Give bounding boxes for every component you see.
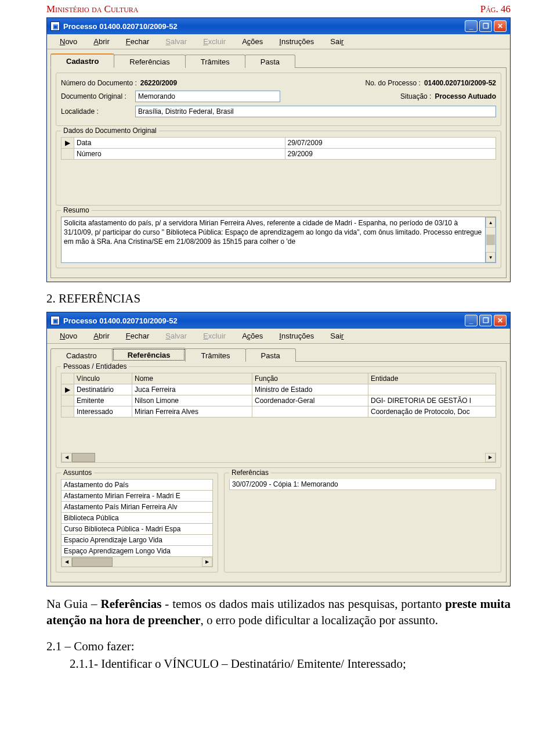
val-num-doc: 26220/2009 — [140, 79, 177, 87]
menu-fechar[interactable]: Fechar — [118, 35, 157, 48]
lbl-situacao: Situação : — [400, 92, 431, 100]
menu-abrir[interactable]: Abrir — [85, 35, 117, 48]
close-button[interactable]: ✕ — [494, 315, 507, 326]
fieldset-assuntos: Assuntos Afastamento do País Afastamento… — [56, 473, 218, 573]
tab-pasta[interactable]: Pasta — [245, 348, 296, 362]
menu-sair[interactable]: Sair — [322, 35, 352, 48]
menu-salvar: Salvar — [157, 35, 195, 48]
minimize-button[interactable]: _ — [465, 315, 478, 326]
hdr-vinculo[interactable]: Vínculo — [74, 373, 132, 384]
lbl-num-doc: Número do Documento : — [61, 79, 137, 87]
list-item[interactable]: Biblioteca Pública — [61, 513, 213, 524]
menu-instrucoes[interactable]: Instruções — [271, 330, 322, 342]
legend-referencias: Referências — [229, 469, 271, 477]
fieldset-pessoas: Pessoas / Entidades Vínculo Nome Função … — [56, 366, 501, 468]
scroll-left-icon[interactable]: ◀ — [62, 557, 72, 567]
textarea-resumo[interactable] — [61, 217, 486, 263]
close-button[interactable]: ✕ — [494, 20, 507, 32]
minimize-button[interactable]: _ — [465, 20, 478, 32]
menu-fechar[interactable]: Fechar — [118, 330, 157, 342]
ministry-label: Ministério da Cultura — [46, 3, 139, 15]
menu-acoes[interactable]: Ações — [234, 330, 271, 342]
cell-nome: Mirian Ferreira Alves — [132, 406, 252, 417]
tab-tramites[interactable]: Trâmites — [185, 55, 245, 68]
list-item[interactable]: Afastamento Mirian Ferreira - Madri E — [61, 491, 213, 502]
grid-dados-orig: ▶ Data 29/07/2009 Número 29/2009 — [61, 137, 496, 160]
app-icon: ▣ — [50, 21, 60, 31]
titlebar[interactable]: ▣ Processo 01400.020710/2009-52 _ ❐ ✕ — [47, 312, 510, 329]
scroll-right-icon[interactable]: ▶ — [485, 453, 495, 462]
scrollbar-v[interactable]: ▲ ▼ — [486, 217, 496, 263]
scroll-left-icon[interactable]: ◀ — [62, 453, 72, 462]
menu-instrucoes[interactable]: Instruções — [271, 35, 322, 48]
input-localidade[interactable] — [135, 106, 496, 117]
section-title: 2. REFERÊNCIAS — [46, 291, 511, 306]
tab-referencias[interactable]: Referências — [112, 348, 186, 362]
restore-button[interactable]: ❐ — [479, 20, 492, 32]
list-item[interactable]: Espaço Aprendizagem Longo Vida — [61, 546, 213, 557]
val-no-proc: 01400.020710/2009-52 — [424, 79, 496, 87]
hdr-funcao[interactable]: Função — [252, 373, 368, 384]
list-item[interactable]: Curso Biblioteca Pública - Madri Espa — [61, 524, 213, 535]
list-item[interactable]: 30/07/2009 - Cópia 1: Memorando — [229, 479, 496, 490]
scroll-thumb[interactable] — [486, 235, 495, 245]
cell-nome: Nilson Limone — [132, 395, 252, 406]
processo-window-cadastro: ▣ Processo 01400.020710/2009-52 _ ❐ ✕ No… — [46, 17, 511, 282]
tabpage-referencias: Pessoas / Entidades Vínculo Nome Função … — [50, 361, 507, 582]
window-controls: _ ❐ ✕ — [465, 315, 507, 326]
row-marker[interactable] — [62, 406, 74, 417]
paragraph-3: 2.1.1- Identificar o VÍNCULO – Destinatá… — [46, 656, 511, 672]
lbl-no-proc: No. do Processo : — [365, 79, 420, 87]
cell-entidade: Coordenação de Protocolo, Doc — [368, 406, 496, 417]
input-doc-orig[interactable] — [135, 91, 280, 102]
tabpage-cadastro: Número do Documento : 26220/2009 No. do … — [50, 67, 507, 278]
cell-vinculo: Destinatário — [74, 384, 132, 395]
cell-funcao: Coordenador-Geral — [252, 395, 368, 406]
cell-val: 29/07/2009 — [285, 138, 497, 149]
list-item[interactable]: Afastamento do País — [61, 479, 213, 491]
menu-abrir[interactable]: Abrir — [85, 330, 117, 342]
list-item[interactable]: Afastamento País Mirian Ferreira Alv — [61, 502, 213, 513]
hscroll-pessoas[interactable]: ◀ ▶ — [61, 452, 496, 463]
tab-cadastro[interactable]: Cadastro — [50, 53, 114, 68]
tab-cadastro[interactable]: Cadastro — [50, 348, 113, 362]
cell-funcao: Ministro de Estado — [252, 384, 368, 395]
row-marker[interactable] — [62, 149, 74, 160]
scroll-thumb[interactable] — [72, 453, 95, 462]
legend-dados-orig: Dados do Documento Original — [61, 127, 159, 135]
row-marker-icon[interactable]: ▶ — [62, 138, 74, 149]
scroll-up-icon[interactable]: ▲ — [486, 217, 495, 228]
cell-vinculo: Emitente — [74, 395, 132, 406]
menu-sair[interactable]: Sair — [322, 330, 352, 342]
restore-button[interactable]: ❐ — [479, 315, 492, 326]
menu-novo[interactable]: Novo — [52, 330, 85, 342]
tab-pasta[interactable]: Pasta — [245, 55, 295, 68]
tabstrip: Cadastro Referências Trâmites Pasta — [47, 344, 510, 361]
hdr-nome[interactable]: Nome — [132, 373, 252, 384]
cell-entidade — [368, 384, 496, 395]
scroll-thumb[interactable] — [72, 557, 113, 567]
tabstrip: Cadastro Referências Trâmites Pasta — [47, 49, 510, 67]
paragraph-1: Na Guia – Referências - temos os dados m… — [46, 596, 511, 629]
legend-pessoas: Pessoas / Entidades — [61, 362, 129, 370]
cell-key: Número — [74, 149, 285, 160]
hscroll-assuntos[interactable]: ◀ ▶ — [61, 557, 213, 567]
list-item[interactable]: Espacio Aprendizaje Largo Vida — [61, 535, 213, 546]
menubar: Novo Abrir Fechar Salvar Excluir Ações I… — [47, 329, 510, 344]
cell-funcao — [252, 406, 368, 417]
scroll-right-icon[interactable]: ▶ — [202, 557, 212, 567]
tab-tramites[interactable]: Trâmites — [185, 348, 245, 362]
menu-novo[interactable]: Novo — [52, 35, 85, 48]
titlebar[interactable]: ▣ Processo 01400.020710/2009-52 _ ❐ ✕ — [47, 18, 510, 34]
window-title: Processo 01400.020710/2009-52 — [63, 22, 178, 31]
cell-nome: Juca Ferreira — [132, 384, 252, 395]
scroll-down-icon[interactable]: ▼ — [486, 252, 495, 262]
hdr-entidade[interactable]: Entidade — [368, 373, 496, 384]
tab-referencias[interactable]: Referências — [114, 55, 185, 68]
menu-acoes[interactable]: Ações — [234, 35, 271, 48]
lbl-doc-orig: Documento Original : — [61, 92, 132, 100]
row-marker[interactable] — [62, 395, 74, 406]
page-number: Pág. 46 — [480, 3, 511, 15]
row-marker-icon[interactable]: ▶ — [62, 384, 74, 395]
menu-salvar: Salvar — [157, 330, 195, 342]
